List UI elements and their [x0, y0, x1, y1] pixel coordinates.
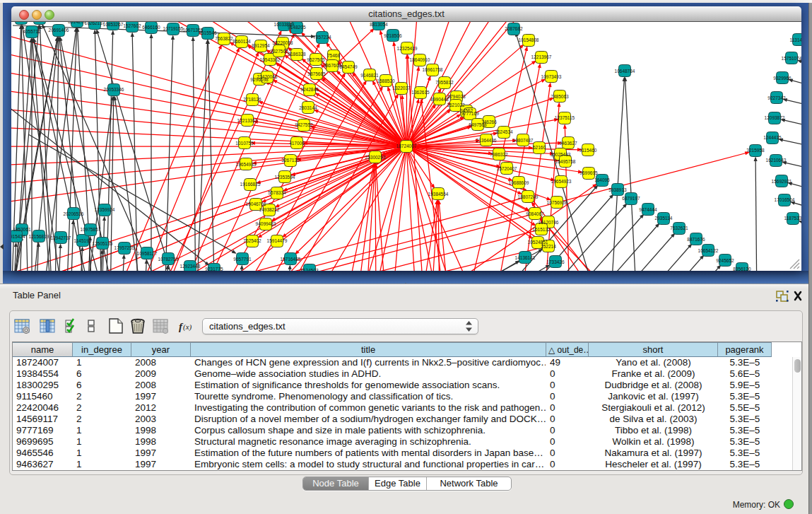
svg-text:8912954: 8912954: [252, 43, 270, 48]
svg-text:17016504: 17016504: [775, 197, 795, 202]
svg-text:8454749: 8454749: [339, 64, 358, 69]
svg-text:8813054: 8813054: [370, 22, 388, 27]
svg-text:1010755: 1010755: [235, 141, 254, 146]
svg-text:15692921: 15692921: [772, 179, 792, 184]
svg-text:8186328: 8186328: [288, 52, 306, 57]
svg-text:1621022: 1621022: [447, 103, 465, 107]
svg-text:18807249: 18807249: [518, 194, 539, 199]
svg-text:18724007: 18724007: [396, 144, 417, 148]
svg-text:17359924: 17359924: [95, 207, 115, 212]
svg-text:6879197: 6879197: [622, 196, 640, 201]
svg-text:12093872: 12093872: [765, 115, 785, 120]
svg-text:9146821: 9146821: [360, 73, 379, 78]
svg-text:16961758: 16961758: [423, 67, 443, 72]
svg-text:1615132: 1615132: [532, 227, 551, 232]
svg-text:15716485: 15716485: [281, 257, 301, 262]
svg-text:6466160: 6466160: [142, 25, 160, 30]
svg-text:3215958: 3215958: [746, 148, 765, 153]
svg-text:1244415: 1244415: [763, 135, 782, 140]
svg-text:9231775: 9231775: [205, 267, 223, 271]
svg-text:75468: 75468: [327, 53, 340, 58]
svg-text:10543362: 10543362: [260, 57, 281, 62]
svg-text:15914479: 15914479: [267, 238, 288, 243]
svg-text:1527602: 1527602: [123, 23, 141, 28]
svg-text:16210643: 16210643: [766, 158, 787, 163]
svg-text:21364436: 21364436: [476, 138, 497, 143]
svg-text:9218506: 9218506: [384, 33, 402, 38]
svg-text:9245652: 9245652: [716, 258, 734, 263]
svg-text:8471676: 8471676: [687, 237, 705, 242]
svg-text:1362615: 1362615: [411, 90, 430, 95]
svg-text:10782759: 10782759: [158, 257, 179, 262]
svg-text:7515546: 7515546: [199, 30, 217, 35]
svg-text:8124503: 8124503: [300, 268, 319, 271]
svg-text:12353594: 12353594: [275, 175, 295, 180]
svg-text:8356120: 8356120: [733, 267, 751, 271]
svg-text:7857234: 7857234: [313, 35, 331, 40]
svg-text:2803144: 2803144: [299, 105, 317, 110]
svg-text:9463627: 9463627: [559, 141, 577, 146]
svg-text:10807487: 10807487: [513, 138, 534, 143]
svg-text:417006: 417006: [289, 141, 305, 146]
svg-text:23420046: 23420046: [257, 74, 278, 79]
svg-text:1131425: 1131425: [790, 37, 801, 42]
svg-text:9329966: 9329966: [773, 76, 792, 81]
svg-text:17957255: 17957255: [114, 245, 135, 250]
svg-text:2935114: 2935114: [655, 216, 673, 221]
svg-text:53226058: 53226058: [273, 40, 293, 45]
svg-text:7986322: 7986322: [490, 152, 508, 157]
svg-text:10654122: 10654122: [698, 248, 719, 253]
svg-text:16120746: 16120746: [539, 220, 559, 225]
svg-text:2718126: 2718126: [243, 97, 261, 102]
svg-text:10154808: 10154808: [519, 37, 539, 42]
svg-text:5938913: 5938913: [608, 187, 627, 192]
svg-text:12213967: 12213967: [531, 54, 552, 59]
svg-text:10648784: 10648784: [615, 69, 635, 74]
svg-text:1853061: 1853061: [13, 227, 31, 232]
svg-text:3267130: 3267130: [281, 158, 300, 163]
svg-text:9227342: 9227342: [767, 95, 786, 100]
svg-text:94099483: 94099483: [256, 221, 276, 226]
svg-text:7955812: 7955812: [435, 80, 454, 85]
svg-text:19384554: 19384554: [428, 192, 449, 197]
svg-text:19654933: 19654933: [236, 162, 257, 167]
svg-text:15751074: 15751074: [782, 56, 801, 61]
svg-text:12156819: 12156819: [29, 234, 49, 239]
svg-text:1588520: 1588520: [377, 78, 395, 83]
svg-text:9084067: 9084067: [526, 211, 544, 216]
svg-text:12942737: 12942737: [51, 235, 71, 240]
svg-text:10688609: 10688609: [509, 180, 529, 185]
svg-text:20206536: 20206536: [64, 211, 84, 216]
svg-text:1187533: 1187533: [784, 216, 801, 221]
svg-text:18640910: 18640910: [410, 57, 430, 62]
svg-text:8990448: 8990448: [430, 97, 449, 102]
svg-text:164095: 164095: [594, 177, 610, 182]
svg-text:12505135: 12505135: [93, 241, 113, 246]
svg-text:12325419: 12325419: [397, 46, 418, 51]
svg-text:7632621: 7632621: [670, 226, 688, 230]
svg-text:7663822: 7663822: [215, 36, 233, 41]
svg-text:8660124: 8660124: [233, 39, 251, 44]
svg-text:(x): (x): [183, 322, 192, 332]
svg-text:252214: 252214: [541, 244, 556, 249]
svg-text:9699695: 9699695: [579, 170, 598, 175]
svg-text:9427552: 9427552: [295, 122, 313, 127]
svg-text:19166825: 19166825: [240, 182, 261, 187]
svg-text:9148205: 9148205: [288, 25, 306, 30]
svg-text:1733426: 1733426: [546, 259, 565, 264]
svg-text:9327505: 9327505: [270, 49, 288, 54]
svg-text:2867608: 2867608: [323, 63, 341, 68]
svg-text:20053346: 20053346: [104, 87, 124, 92]
svg-text:62160: 62160: [533, 145, 546, 150]
svg-text:5578334: 5578334: [268, 190, 286, 195]
svg-text:10719155: 10719155: [163, 26, 184, 31]
svg-text:16495758: 16495758: [555, 159, 576, 164]
svg-text:12213363: 12213363: [237, 118, 258, 123]
svg-text:19654923: 19654923: [551, 179, 572, 184]
svg-text:7625402: 7625402: [243, 238, 261, 243]
svg-text:10262137: 10262137: [85, 22, 105, 25]
svg-text:9777169: 9777169: [461, 111, 479, 116]
svg-text:7485063: 7485063: [551, 94, 569, 99]
svg-text:14136141: 14136141: [515, 255, 536, 260]
svg-text:10853267: 10853267: [103, 22, 124, 27]
